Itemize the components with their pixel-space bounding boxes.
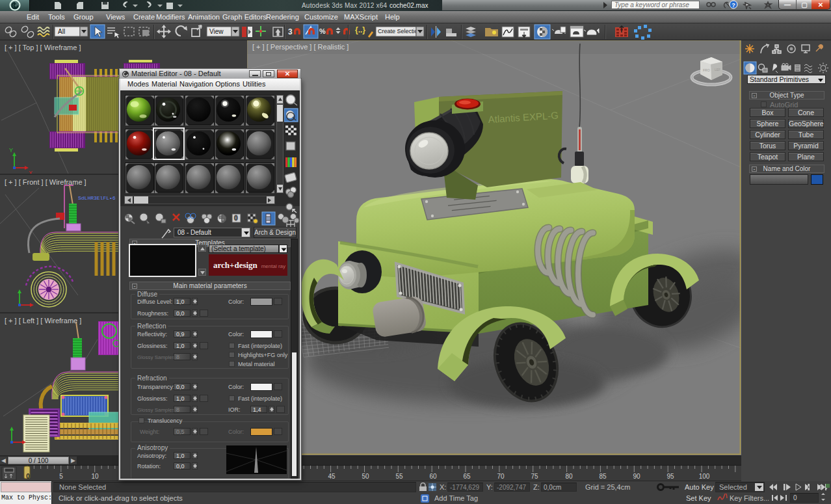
svg-text:0: 0 — [234, 215, 238, 222]
svg-text:[ + ] [ Top ] [ Wireframe ]: [ + ] [ Top ] [ Wireframe ] — [5, 44, 81, 51]
svg-text:X: X — [29, 170, 33, 174]
svg-text:{..}: {..} — [355, 25, 365, 34]
svg-text:3: 3 — [288, 27, 293, 36]
svg-text:85: 85 — [599, 473, 607, 480]
svg-text:[ + ] [ Perspective ] [ Realis: [ + ] [ Perspective ] [ Realistic ] — [252, 43, 349, 51]
svg-text:65: 65 — [463, 473, 471, 480]
svg-text:60: 60 — [429, 473, 437, 480]
svg-text:55: 55 — [395, 473, 403, 480]
svg-text:100: 100 — [699, 473, 710, 480]
svg-text:50: 50 — [362, 473, 369, 480]
svg-text:5: 5 — [59, 473, 63, 480]
svg-text:90: 90 — [633, 473, 640, 480]
svg-text:45: 45 — [328, 473, 336, 480]
svg-text:95: 95 — [666, 473, 674, 480]
svg-text:[ + ] [ Front ] [ Wireframe ]: [ + ] [ Front ] [ Wireframe ] — [5, 178, 86, 186]
svg-text:70: 70 — [497, 473, 505, 480]
svg-text:75: 75 — [531, 473, 538, 480]
svg-text:All: All — [58, 28, 65, 35]
svg-text:?: ? — [732, 2, 735, 8]
svg-text:LEF: LEF — [715, 68, 720, 72]
svg-text:FRO: FRO — [703, 68, 710, 72]
svg-text:SdLHR3ElFL•6: SdLHR3ElFL•6 — [78, 195, 116, 201]
svg-text:[ + ] [ Left ] [ Wireframe ]: [ + ] [ Left ] [ Wireframe ] — [5, 317, 81, 325]
svg-text:0: 0 — [26, 473, 30, 480]
svg-text:Create Selection: Create Selection — [378, 28, 421, 34]
svg-text:10: 10 — [91, 473, 99, 480]
svg-text:Y: Y — [9, 147, 13, 153]
svg-text:%: % — [319, 27, 326, 35]
svg-text:View: View — [209, 28, 224, 35]
svg-text:80: 80 — [565, 473, 573, 480]
